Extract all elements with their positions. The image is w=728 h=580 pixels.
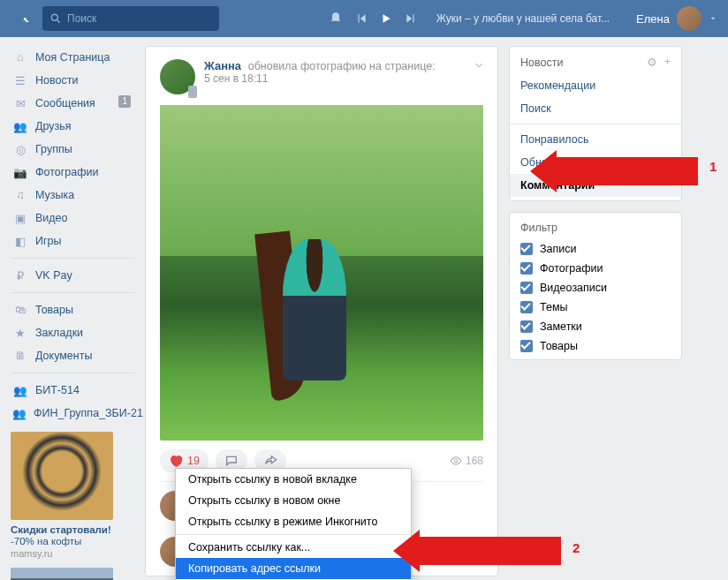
notifications-icon[interactable]: [329, 11, 343, 26]
tab-liked[interactable]: Понравилось: [510, 128, 681, 151]
tab-search[interactable]: Поиск: [510, 97, 681, 120]
prev-track-icon[interactable]: [355, 12, 368, 25]
context-menu: Открыть ссылку в новой вкладке Открыть с…: [175, 468, 412, 580]
nav-vkpay[interactable]: ₽VK Pay: [11, 264, 134, 287]
messages-icon: ✉: [12, 95, 28, 111]
ad-title: Скидки стартовали!: [11, 524, 134, 536]
post-author-avatar[interactable]: [160, 59, 195, 94]
tab-recommendations[interactable]: Рекомендации: [510, 74, 681, 97]
chevron-down-icon: [709, 14, 717, 23]
filter-header: Фильтр: [510, 216, 681, 239]
camera-icon: 📷: [12, 164, 28, 180]
search-icon: [49, 12, 62, 25]
filter-card: Фильтр Записи Фотографии Видеозаписи Тем…: [509, 212, 682, 360]
friends-icon: 👥: [12, 118, 28, 134]
next-track-icon[interactable]: [405, 12, 417, 25]
checkbox-icon: [520, 301, 533, 313]
vkpay-icon: ₽: [12, 267, 28, 283]
username: Елена: [636, 12, 670, 26]
nav-market[interactable]: 🛍Товары: [11, 298, 134, 321]
top-header: Жуки – у любви у нашей села бат... Елена: [0, 0, 728, 37]
search-box[interactable]: [42, 6, 219, 31]
group-link-1[interactable]: 👥БИТ-514: [11, 379, 134, 402]
svg-point-2: [454, 459, 458, 463]
post-action-text: обновила фотографию на странице:: [248, 60, 436, 72]
games-icon: ◧: [12, 233, 28, 249]
filter-posts[interactable]: Записи: [510, 239, 681, 259]
filter-topics[interactable]: Темы: [510, 298, 681, 317]
nav-bookmarks[interactable]: ★Закладки: [11, 321, 134, 344]
ad-block[interactable]: Скидки стартовали! -70% на кофты mamsy.r…: [11, 432, 134, 580]
checkbox-icon: [520, 340, 533, 352]
news-icon: ☰: [12, 72, 28, 88]
now-playing[interactable]: Жуки – у любви у нашей села бат...: [436, 12, 610, 25]
ctx-open-incognito[interactable]: Открыть ссылку в режиме Инкогнито: [176, 511, 411, 532]
nav-news[interactable]: ☰Новости: [11, 69, 134, 92]
post-photo[interactable]: [160, 105, 483, 441]
filter-notes[interactable]: Заметки: [510, 317, 681, 336]
ctx-open-new-window[interactable]: Открыть ссылку в новом окне: [176, 490, 411, 511]
plus-icon[interactable]: +: [664, 56, 671, 69]
checkbox-icon: [520, 262, 533, 275]
nav-friends[interactable]: 👥Друзья: [11, 115, 134, 138]
filter-videos[interactable]: Видеозаписи: [510, 278, 681, 298]
group-link-2[interactable]: 👥ФИН_Группа_ЗБИ-21: [11, 402, 134, 425]
star-icon: ★: [12, 325, 28, 341]
messages-badge: 1: [118, 95, 131, 108]
post-header: Жанна обновила фотографию на странице: 5…: [160, 59, 483, 94]
post-date[interactable]: 5 сен в 18:11: [204, 72, 436, 85]
video-icon: ▣: [12, 210, 28, 226]
post-more-icon[interactable]: [473, 59, 485, 74]
home-icon: ⌂: [12, 49, 28, 65]
post-author-name[interactable]: Жанна: [204, 59, 241, 72]
docs-icon: 🗎: [12, 348, 28, 364]
nav-music[interactable]: ♫Музыка: [11, 184, 134, 207]
ctx-copy-link[interactable]: Копировать адрес ссылки: [176, 558, 411, 579]
annotation-label-2: 2: [573, 540, 580, 555]
filter-photos[interactable]: Фотографии: [510, 259, 681, 278]
nav-photos[interactable]: 📷Фотографии: [11, 161, 134, 184]
group-icon: 👥: [12, 405, 27, 421]
views-count: 168: [450, 455, 483, 467]
ctx-save-as[interactable]: Сохранить ссылку как...: [176, 537, 411, 558]
bag-icon: 🛍: [12, 302, 28, 318]
svg-line-1: [57, 20, 60, 23]
nav-messages[interactable]: ✉Сообщения1: [11, 92, 134, 115]
nav-docs[interactable]: 🗎Документы: [11, 344, 134, 367]
user-avatar: [677, 6, 701, 31]
nav-my-page[interactable]: ⌂Моя Страница: [11, 46, 134, 69]
ctx-open-new-tab[interactable]: Открыть ссылку в новой вкладке: [176, 469, 411, 490]
filter-icon[interactable]: ⚙: [647, 56, 657, 69]
ad-image: [11, 432, 113, 520]
annotation-label-1: 1: [709, 159, 717, 174]
ad-subtitle: -70% на кофты: [11, 536, 134, 546]
mobile-badge-icon: [188, 86, 197, 98]
checkbox-icon: [520, 320, 533, 333]
like-count: 19: [187, 455, 200, 467]
ad-image-2: [11, 568, 113, 580]
user-menu[interactable]: Елена: [636, 6, 717, 31]
nav-groups[interactable]: ◎Группы: [11, 138, 134, 161]
groups-icon: ◎: [12, 141, 28, 157]
news-card-header: Новости⚙+: [510, 50, 681, 74]
nav-games[interactable]: ◧Игры: [11, 230, 134, 252]
play-icon[interactable]: [380, 12, 392, 25]
nav-videos[interactable]: ▣Видео: [11, 207, 134, 230]
left-sidebar: ⌂Моя Страница ☰Новости ✉Сообщения1 👥Друз…: [11, 46, 134, 580]
vk-logo-icon[interactable]: [11, 8, 32, 29]
checkbox-icon: [520, 243, 533, 255]
music-icon: ♫: [12, 187, 28, 203]
svg-point-0: [51, 14, 57, 20]
right-sidebar: Новости⚙+ Рекомендации Поиск Понравилось…: [509, 46, 682, 360]
checkbox-icon: [520, 282, 533, 294]
search-input[interactable]: [67, 12, 200, 25]
group-icon: 👥: [12, 382, 28, 398]
filter-market[interactable]: Товары: [510, 336, 681, 356]
ad-domain: mamsy.ru: [11, 548, 134, 559]
